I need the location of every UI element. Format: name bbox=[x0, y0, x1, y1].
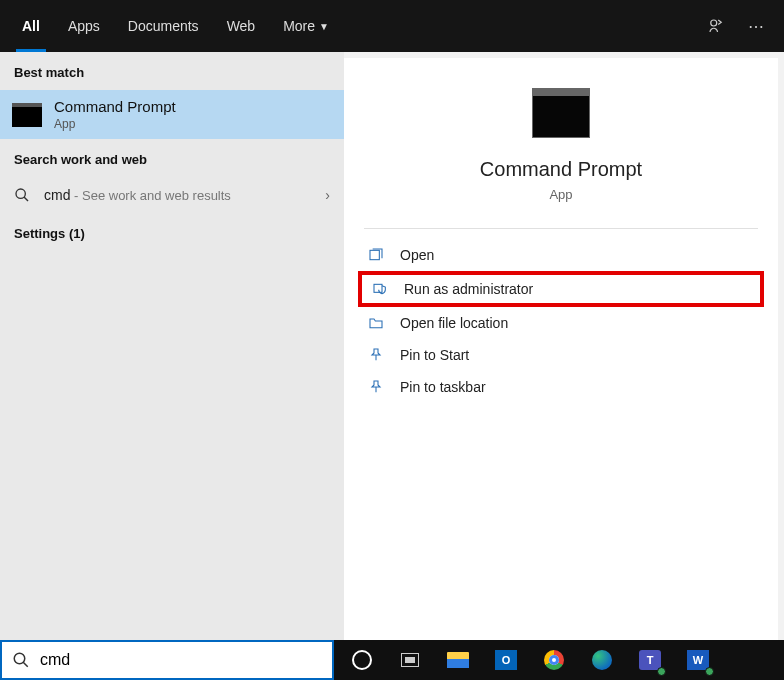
pin-taskbar-icon bbox=[368, 379, 386, 395]
action-pin-taskbar-label: Pin to taskbar bbox=[400, 379, 486, 395]
edge-icon bbox=[592, 650, 612, 670]
folder-location-icon bbox=[368, 315, 386, 331]
action-run-admin-label: Run as administrator bbox=[404, 281, 533, 297]
search-box[interactable] bbox=[0, 640, 334, 680]
command-prompt-icon bbox=[12, 103, 42, 127]
chevron-right-icon: › bbox=[325, 187, 330, 203]
tab-all[interactable]: All bbox=[8, 0, 54, 52]
results-panel: Best match Command Prompt App Search wor… bbox=[0, 52, 344, 680]
chrome-icon bbox=[544, 650, 564, 670]
action-open-file-location[interactable]: Open file location bbox=[344, 307, 778, 339]
status-badge-icon bbox=[657, 667, 666, 676]
tab-web[interactable]: Web bbox=[213, 0, 270, 52]
result-command-prompt[interactable]: Command Prompt App bbox=[0, 90, 344, 139]
web-search-query: cmd bbox=[44, 187, 70, 203]
task-view-icon bbox=[401, 653, 419, 667]
result-title: Command Prompt bbox=[54, 98, 176, 115]
action-pin-to-start[interactable]: Pin to Start bbox=[344, 339, 778, 371]
action-pin-start-label: Pin to Start bbox=[400, 347, 469, 363]
tab-apps[interactable]: Apps bbox=[54, 0, 114, 52]
action-pin-to-taskbar[interactable]: Pin to taskbar bbox=[344, 371, 778, 403]
tab-more-label: More bbox=[283, 18, 315, 34]
tab-more[interactable]: More ▼ bbox=[269, 0, 343, 52]
preview-actions: Open Run as administrator Open file loca… bbox=[344, 229, 778, 413]
cortana-icon bbox=[352, 650, 372, 670]
open-icon bbox=[368, 247, 386, 263]
preview-app-icon bbox=[532, 88, 590, 138]
action-run-as-administrator[interactable]: Run as administrator bbox=[358, 271, 764, 307]
svg-point-4 bbox=[14, 653, 25, 664]
taskbar-teams[interactable]: T bbox=[628, 642, 672, 678]
more-options-icon[interactable]: ⋯ bbox=[736, 0, 776, 52]
admin-shield-icon bbox=[372, 281, 390, 297]
action-open[interactable]: Open bbox=[344, 239, 778, 271]
taskbar-file-explorer[interactable] bbox=[436, 642, 480, 678]
action-open-label: Open bbox=[400, 247, 434, 263]
preview-subtitle: App bbox=[549, 187, 572, 202]
taskbar-chrome[interactable] bbox=[532, 642, 576, 678]
svg-point-0 bbox=[711, 20, 717, 26]
svg-point-1 bbox=[16, 189, 25, 198]
folder-icon bbox=[447, 652, 469, 668]
status-badge-icon bbox=[705, 667, 714, 676]
taskbar-word[interactable]: W bbox=[676, 642, 720, 678]
svg-rect-3 bbox=[374, 284, 382, 292]
taskbar-outlook[interactable]: O bbox=[484, 642, 528, 678]
tab-documents[interactable]: Documents bbox=[114, 0, 213, 52]
web-search-suffix: - See work and web results bbox=[70, 188, 230, 203]
taskbar: O T W bbox=[334, 640, 784, 680]
taskbar-edge[interactable] bbox=[580, 642, 624, 678]
chevron-down-icon: ▼ bbox=[319, 21, 329, 32]
preview-panel: Command Prompt App Open Run as administr… bbox=[344, 58, 778, 674]
taskbar-cortana[interactable] bbox=[340, 642, 384, 678]
action-open-location-label: Open file location bbox=[400, 315, 508, 331]
web-search-row[interactable]: cmd - See work and web results › bbox=[0, 177, 344, 213]
svg-rect-2 bbox=[370, 250, 379, 259]
search-box-icon bbox=[12, 651, 30, 669]
preview-title: Command Prompt bbox=[480, 158, 642, 181]
outlook-icon: O bbox=[495, 650, 517, 670]
section-best-match: Best match bbox=[0, 52, 344, 90]
taskbar-task-view[interactable] bbox=[388, 642, 432, 678]
search-icon bbox=[14, 187, 32, 203]
section-search-work-web: Search work and web bbox=[0, 139, 344, 177]
result-subtitle: App bbox=[54, 117, 176, 131]
web-search-text: cmd - See work and web results bbox=[44, 187, 313, 203]
section-settings[interactable]: Settings (1) bbox=[0, 213, 344, 251]
search-input[interactable] bbox=[40, 651, 322, 669]
search-filter-tabs: All Apps Documents Web More ▼ ⋯ bbox=[0, 0, 784, 52]
feedback-icon[interactable] bbox=[696, 0, 736, 52]
pin-start-icon bbox=[368, 347, 386, 363]
